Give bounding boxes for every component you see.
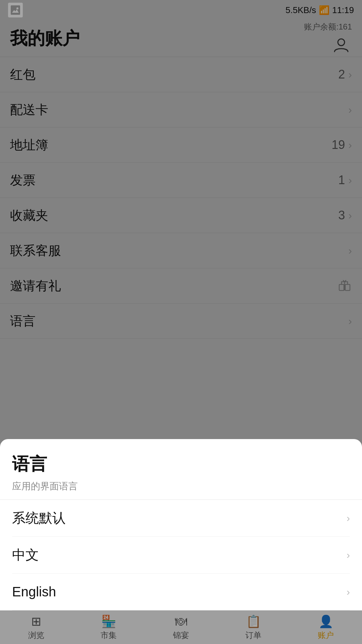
modal-title: 语言 bbox=[12, 452, 350, 476]
language-label-chinese: 中文 bbox=[12, 546, 39, 564]
language-modal: 语言 应用的界面语言 系统默认 › 中文 › English › bbox=[0, 439, 362, 610]
language-option-english[interactable]: English › bbox=[12, 574, 350, 610]
chevron-icon: › bbox=[347, 549, 350, 561]
language-label-english: English bbox=[12, 584, 56, 599]
language-label-system: 系统默认 bbox=[12, 509, 66, 527]
language-option-system[interactable]: 系统默认 › bbox=[12, 500, 350, 537]
language-option-chinese[interactable]: 中文 › bbox=[12, 537, 350, 574]
modal-subtitle: 应用的界面语言 bbox=[12, 480, 350, 493]
chevron-icon: › bbox=[347, 513, 350, 524]
chevron-icon: › bbox=[347, 586, 350, 598]
